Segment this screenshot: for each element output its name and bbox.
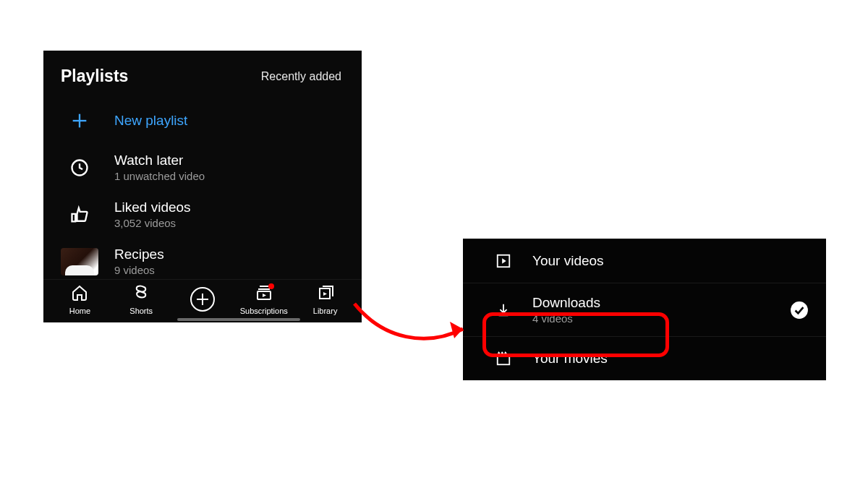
home-icon bbox=[71, 284, 88, 304]
liked-title: Liked videos bbox=[114, 200, 191, 215]
new-playlist-button[interactable]: New playlist bbox=[43, 98, 362, 144]
your-videos-item[interactable]: Your videos bbox=[463, 239, 826, 283]
svg-marker-17 bbox=[450, 322, 463, 338]
clock-icon bbox=[61, 153, 98, 182]
play-box-icon bbox=[493, 251, 514, 271]
playlists-panel: Playlists Recently added New playlist Wa… bbox=[43, 51, 362, 322]
downloads-title: Downloads bbox=[532, 295, 600, 311]
library-panel: Your videos Downloads 4 videos Your movi… bbox=[463, 239, 826, 380]
your-movies-item[interactable]: Your movies bbox=[463, 337, 826, 380]
library-icon bbox=[317, 284, 334, 304]
recipes-item[interactable]: Recipes 9 videos bbox=[43, 238, 362, 279]
check-badge-icon bbox=[790, 301, 809, 320]
download-icon bbox=[493, 300, 514, 320]
tab-library[interactable]: Library bbox=[294, 284, 356, 315]
tab-home-label: Home bbox=[69, 307, 90, 315]
watch-later-sub: 1 unwatched video bbox=[114, 170, 205, 182]
scrollbar[interactable] bbox=[177, 318, 300, 321]
tab-shorts[interactable]: Shorts bbox=[111, 284, 172, 315]
recipes-title: Recipes bbox=[114, 247, 164, 262]
your-movies-label: Your movies bbox=[532, 351, 608, 367]
thumbs-up-icon bbox=[61, 200, 98, 229]
plus-icon bbox=[61, 106, 98, 135]
tab-subscriptions[interactable]: Subscriptions bbox=[233, 284, 294, 315]
svg-rect-16 bbox=[498, 355, 510, 364]
playlists-list: New playlist Watch later 1 unwatched vid… bbox=[43, 98, 362, 279]
tab-subs-label: Subscriptions bbox=[240, 307, 288, 315]
watch-later-title: Watch later bbox=[114, 153, 205, 168]
recipes-sub: 9 videos bbox=[114, 264, 164, 276]
create-icon bbox=[190, 286, 216, 315]
svg-marker-10 bbox=[323, 292, 327, 296]
sort-label: Recently added bbox=[261, 70, 341, 83]
tab-shorts-label: Shorts bbox=[129, 307, 153, 315]
tab-library-label: Library bbox=[313, 307, 338, 315]
notification-dot bbox=[268, 283, 274, 289]
new-playlist-label: New playlist bbox=[114, 113, 187, 129]
tab-create[interactable] bbox=[172, 286, 234, 315]
watch-later-item[interactable]: Watch later 1 unwatched video bbox=[43, 144, 362, 191]
movies-icon bbox=[493, 348, 514, 369]
svg-marker-12 bbox=[502, 258, 506, 263]
shorts-icon bbox=[132, 284, 150, 304]
playlists-header: Playlists Recently added bbox=[43, 51, 362, 98]
svg-marker-9 bbox=[263, 294, 266, 297]
liked-sub: 3,052 videos bbox=[114, 217, 191, 229]
bottom-tab-bar: Home Shorts Subscriptions Library bbox=[43, 279, 362, 322]
liked-videos-item[interactable]: Liked videos 3,052 videos bbox=[43, 191, 362, 238]
tab-home[interactable]: Home bbox=[49, 284, 111, 315]
sort-dropdown[interactable]: Recently added bbox=[261, 70, 347, 83]
svg-point-15 bbox=[791, 301, 808, 319]
downloads-item[interactable]: Downloads 4 videos bbox=[463, 283, 826, 337]
recipes-thumbnail bbox=[61, 248, 98, 275]
your-videos-label: Your videos bbox=[532, 253, 604, 269]
playlists-title: Playlists bbox=[61, 67, 128, 86]
downloads-sub: 4 videos bbox=[532, 312, 600, 325]
